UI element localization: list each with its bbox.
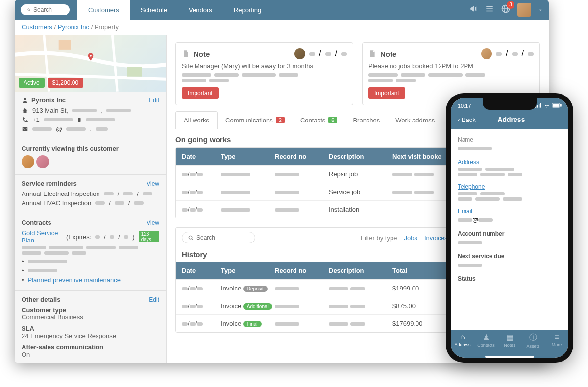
list-icon[interactable] [485, 4, 494, 16]
breadcrumb: Customers / Pyronix Inc / Property [15, 20, 549, 35]
credit-days-label: Credit days [22, 362, 159, 363]
note-avatar [481, 48, 492, 59]
field-email-label[interactable]: Email [458, 208, 562, 215]
mobile-icon [77, 117, 82, 123]
reminders-title: Service reminders [22, 180, 77, 187]
th-total: Total [392, 267, 441, 274]
notification-badge: 3 [507, 1, 514, 9]
search-input[interactable] [33, 6, 63, 13]
history-search-input[interactable] [196, 234, 245, 241]
phone-tab-assets[interactable]: ⓘAssets [521, 333, 545, 349]
globe-icon[interactable]: 3 [501, 4, 511, 16]
customer-info: Pyronix Inc Edit 913 Main St, , +1 [15, 92, 166, 140]
days-badge: 128 days [139, 231, 159, 242]
row-total: $1999.00 [392, 285, 441, 292]
breadcrumb-root[interactable]: Customers [22, 24, 52, 31]
svg-rect-19 [540, 103, 541, 108]
phone-tab-address[interactable]: ⌂Address [451, 333, 474, 349]
th-record: Record no [275, 153, 329, 160]
other-edit-link[interactable]: Edit [149, 296, 159, 303]
filter-jobs[interactable]: Jobs [404, 234, 417, 242]
filter-label: Filter by type [361, 234, 397, 242]
nav-reporting[interactable]: Reporting [223, 0, 272, 20]
contract-plan-link[interactable]: Gold Service Plan [22, 229, 62, 244]
reminder-2: Annual HVAC Inspection [22, 199, 91, 207]
customer-name: Pyronix Inc [31, 97, 66, 104]
contracts-section: ContractsView Gold Service Plan (Expires… [15, 214, 166, 291]
topbar: Customers Schedule Vendors Reporting 3 [15, 0, 549, 20]
svg-rect-17 [537, 105, 538, 107]
map-pin-icon [86, 52, 95, 61]
note-text: Site Manager (Mary) will be away for 3 m… [182, 62, 347, 70]
map[interactable]: Active $1,200.00 [15, 35, 166, 92]
announcement-icon[interactable] [469, 4, 478, 16]
field-telephone-label[interactable]: Telephone [458, 183, 562, 190]
contracts-view-link[interactable]: View [147, 219, 159, 226]
field-account-label: Account number [458, 230, 562, 237]
nav-vendors[interactable]: Vendors [178, 0, 223, 20]
svg-point-0 [28, 9, 30, 11]
svg-rect-13 [23, 127, 28, 131]
field-status-label: Status [458, 275, 562, 282]
phone-body: Name Address Telephone Email@ Account nu… [451, 129, 568, 330]
breadcrumb-item[interactable]: Pyronix Inc [58, 24, 89, 31]
tab-branches[interactable]: Branches [345, 111, 388, 129]
phone-tab-more[interactable]: ≡More [545, 333, 568, 349]
tab-all-works[interactable]: All works [175, 111, 218, 129]
after-sales-value: On [22, 351, 159, 358]
customer-type-value: Commercial Business [22, 314, 159, 321]
field-name-label: Name [458, 136, 562, 143]
note-card-1: Note // Site Manager (Mary) will be away… [175, 42, 353, 105]
invoice-pill: Deposit [243, 286, 268, 292]
svg-rect-21 [553, 104, 559, 107]
phone-header: ‹ Back Address [451, 111, 568, 129]
other-details-section: Other detailsEdit Customer type Commerci… [15, 291, 166, 363]
phone-tab-contacts[interactable]: ♟Contacts [474, 333, 498, 349]
edit-customer-link[interactable]: Edit [149, 97, 159, 104]
phone-title: Address [497, 116, 539, 123]
viewer-avatar-1[interactable] [22, 155, 34, 168]
nav-customers[interactable]: Customers [77, 0, 130, 20]
field-address-label[interactable]: Address [458, 159, 562, 166]
phone-icon [22, 117, 28, 123]
svg-rect-2 [486, 6, 493, 7]
global-search[interactable] [21, 4, 70, 15]
tab-communications[interactable]: Communications2 [218, 111, 293, 129]
phone-tabbar: ⌂Address ♟Contacts ▤Notes ⓘAssets ≡More [451, 330, 568, 354]
svg-rect-12 [78, 118, 80, 121]
phone-back-button[interactable]: ‹ Back [458, 116, 476, 123]
svg-rect-22 [560, 104, 561, 106]
row-desc: Repair job [329, 170, 392, 178]
chevron-down-icon[interactable] [538, 5, 543, 15]
sla-value: 24 Emergency Service Response [22, 332, 159, 339]
history-search[interactable] [182, 232, 255, 243]
phone-tab-notes[interactable]: ▤Notes [498, 333, 521, 349]
invoice-pill: Final [243, 321, 262, 327]
ppm-link[interactable]: Planned preventive maintenance [28, 276, 121, 284]
svg-rect-18 [539, 104, 539, 108]
user-avatar[interactable] [517, 3, 531, 17]
svg-line-15 [192, 238, 193, 239]
tab-contacts[interactable]: Contacts6 [293, 111, 345, 129]
row-desc: Installation [329, 206, 392, 213]
tab-work-address[interactable]: Work address [388, 111, 442, 129]
home-icon [22, 107, 28, 114]
customer-type-label: Customer type [22, 306, 159, 314]
nav-schedule[interactable]: Schedule [130, 0, 178, 20]
reminders-view-link[interactable]: View [147, 180, 159, 187]
important-button[interactable]: Important [182, 87, 219, 99]
field-service-label: Next service due [458, 253, 562, 260]
svg-rect-9 [127, 67, 142, 77]
nav-tabs: Customers Schedule Vendors Reporting [77, 0, 272, 20]
phone-mockup: 10:17 ‹ Back Address Name Address Teleph… [446, 93, 573, 363]
viewer-avatar-2[interactable] [36, 155, 49, 168]
filter-invoices[interactable]: Invoices [424, 234, 448, 242]
person-icon [22, 97, 28, 104]
expires-label: (Expires: [66, 233, 91, 241]
svg-point-10 [90, 54, 92, 56]
contracts-title: Contracts [22, 219, 51, 226]
th-desc: Description [329, 153, 392, 160]
search-icon [27, 7, 30, 13]
row-total: $875.00 [392, 302, 441, 310]
important-button[interactable]: Important [368, 87, 405, 99]
